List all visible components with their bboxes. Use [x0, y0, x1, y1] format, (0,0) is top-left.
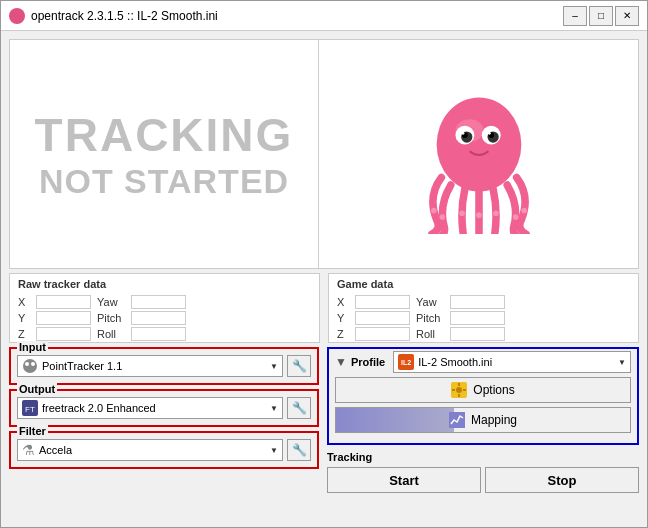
game-z-row: Z Roll [337, 326, 630, 342]
profile-group: ▼ Profile IL2 IL-2 Smooth.ini ▼ [327, 347, 639, 445]
game-data-block: Game data X Yaw Y Pitch Z Roll [328, 273, 639, 343]
filter-dropdown-arrow: ▼ [270, 446, 278, 455]
game-data-title: Game data [337, 278, 630, 290]
options-icon [451, 382, 467, 398]
tracking-area: TRACKING NOT STARTED [9, 39, 639, 269]
raw-pitch-value [131, 311, 186, 325]
svg-point-14 [493, 210, 499, 216]
profile-row: ▼ Profile IL2 IL-2 Smooth.ini ▼ [335, 351, 631, 373]
options-button[interactable]: Options [335, 377, 631, 403]
right-controls: ▼ Profile IL2 IL-2 Smooth.ini ▼ [327, 347, 639, 519]
filter-value: Accela [39, 444, 72, 456]
svg-point-15 [512, 214, 518, 220]
svg-point-0 [436, 98, 521, 192]
filter-title: Filter [17, 425, 48, 437]
profile-dropdown-content: IL2 IL-2 Smooth.ini [398, 354, 492, 370]
svg-rect-27 [463, 389, 466, 391]
freetrack-icon: FT [22, 400, 38, 416]
controls-section: Input PointTracker 1.1 ▼ [9, 347, 639, 519]
mapping-button[interactable]: Mapping [335, 407, 631, 433]
svg-point-19 [31, 362, 35, 366]
raw-x-label: X [18, 296, 30, 308]
game-x-row: X Yaw [337, 294, 630, 310]
svg-point-8 [461, 132, 464, 135]
output-dropdown-arrow: ▼ [270, 404, 278, 413]
profile-arrow-icon: ▼ [335, 355, 347, 369]
filter-wrench-button[interactable]: 🔧 [287, 439, 311, 461]
svg-text:FT: FT [25, 405, 35, 414]
wrench-icon: 🔧 [292, 359, 307, 373]
output-value: freetrack 2.0 Enhanced [42, 402, 156, 414]
tracking-section-label: Tracking [327, 451, 639, 463]
mapping-icon [449, 412, 465, 428]
filter-dropdown[interactable]: ⚗ Accela ▼ [17, 439, 283, 461]
game-x-label: X [337, 296, 349, 308]
input-group: Input PointTracker 1.1 ▼ [9, 347, 319, 385]
profile-dropdown-arrow: ▼ [618, 358, 626, 367]
mapping-label: Mapping [471, 413, 517, 427]
raw-roll-label: Roll [97, 328, 125, 340]
octopus-panel [319, 39, 639, 269]
output-dropdown[interactable]: FT freetrack 2.0 Enhanced ▼ [17, 397, 283, 419]
close-button[interactable]: ✕ [615, 6, 639, 26]
start-button[interactable]: Start [327, 467, 481, 493]
options-label: Options [473, 383, 514, 397]
filter-dropdown-icon: ⚗ Accela [22, 442, 72, 458]
svg-point-18 [25, 362, 29, 366]
svg-point-13 [476, 212, 482, 218]
data-section: Raw tracker data X Yaw Y Pitch Z Roll [9, 273, 639, 343]
left-controls: Input PointTracker 1.1 ▼ [9, 347, 319, 519]
window-title: opentrack 2.3.1.5 :: IL-2 Smooth.ini [31, 9, 563, 23]
game-pitch-value [450, 311, 505, 325]
octopus-image [414, 74, 544, 234]
profile-dropdown[interactable]: IL2 IL-2 Smooth.ini ▼ [393, 351, 631, 373]
input-dropdown[interactable]: PointTracker 1.1 ▼ [17, 355, 283, 377]
raw-x-value [36, 295, 91, 309]
main-window: opentrack 2.3.1.5 :: IL-2 Smooth.ini – □… [0, 0, 648, 528]
svg-point-17 [23, 359, 37, 373]
game-z-value [355, 327, 410, 341]
raw-yaw-value [131, 295, 186, 309]
game-yaw-value [450, 295, 505, 309]
game-pitch-label: Pitch [416, 312, 444, 324]
window-controls: – □ ✕ [563, 6, 639, 26]
raw-y-row: Y Pitch [18, 310, 311, 326]
output-wrench-button[interactable]: 🔧 [287, 397, 311, 419]
profile-value: IL-2 Smooth.ini [418, 356, 492, 368]
svg-rect-25 [458, 394, 460, 397]
wrench-icon-output: 🔧 [292, 401, 307, 415]
game-roll-label: Roll [416, 328, 444, 340]
svg-point-23 [456, 387, 462, 393]
minimize-button[interactable]: – [563, 6, 587, 26]
start-stop-row: Start Stop [327, 467, 639, 493]
raw-tracker-title: Raw tracker data [18, 278, 311, 290]
tracking-line1: TRACKING [35, 108, 294, 162]
raw-z-label: Z [18, 328, 30, 340]
svg-point-16 [521, 208, 527, 214]
game-y-row: Y Pitch [337, 310, 630, 326]
svg-point-10 [431, 208, 437, 214]
raw-z-value [36, 327, 91, 341]
main-content: TRACKING NOT STARTED [1, 31, 647, 527]
svg-rect-24 [458, 383, 460, 386]
raw-roll-value [131, 327, 186, 341]
raw-x-row: X Yaw [18, 294, 311, 310]
raw-y-value [36, 311, 91, 325]
tracking-status-panel: TRACKING NOT STARTED [9, 39, 319, 269]
filter-row: ⚗ Accela ▼ 🔧 [17, 439, 311, 461]
raw-tracker-block: Raw tracker data X Yaw Y Pitch Z Roll [9, 273, 320, 343]
maximize-button[interactable]: □ [589, 6, 613, 26]
svg-rect-26 [452, 389, 455, 391]
raw-yaw-label: Yaw [97, 296, 125, 308]
output-dropdown-icon: FT freetrack 2.0 Enhanced [22, 400, 156, 416]
output-row: FT freetrack 2.0 Enhanced ▼ 🔧 [17, 397, 311, 419]
input-dropdown-icon: PointTracker 1.1 [22, 358, 122, 374]
il2-icon: IL2 [398, 354, 414, 370]
wrench-icon-filter: 🔧 [292, 443, 307, 457]
input-value: PointTracker 1.1 [42, 360, 122, 372]
input-wrench-button[interactable]: 🔧 [287, 355, 311, 377]
game-roll-value [450, 327, 505, 341]
svg-point-9 [487, 132, 490, 135]
svg-point-11 [439, 214, 445, 220]
stop-button[interactable]: Stop [485, 467, 639, 493]
